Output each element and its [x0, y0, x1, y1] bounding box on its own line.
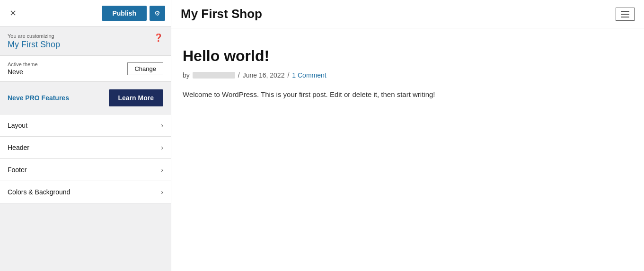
pro-banner: Neve PRO Features Learn More	[0, 82, 171, 114]
shop-name: My First Shop	[8, 40, 60, 50]
chevron-right-icon: ›	[161, 122, 163, 129]
publish-button[interactable]: Publish	[102, 6, 147, 21]
customizing-section: You are customizing My First Shop ❓	[0, 26, 171, 56]
theme-section: Active theme Neve Change	[0, 56, 171, 82]
nav-item-colors-label: Colors & Background	[8, 188, 70, 196]
post-comment-link[interactable]: 1 Comment	[292, 71, 326, 79]
nav-item-layout-label: Layout	[8, 122, 27, 129]
meta-separator-1: /	[238, 71, 240, 79]
chevron-right-icon: ›	[161, 188, 163, 196]
post-title: Hello world!	[183, 47, 633, 65]
gear-button[interactable]: ⚙	[150, 6, 165, 21]
hamburger-line	[621, 14, 629, 15]
publish-area: Publish ⚙	[102, 6, 165, 21]
preview-header: My First Shop	[171, 0, 644, 28]
top-bar: ✕ Publish ⚙	[0, 0, 171, 26]
preview-content: Hello world! by / June 16, 2022 / 1 Comm…	[171, 28, 644, 112]
close-button[interactable]: ✕	[6, 6, 20, 20]
post-author-placeholder	[193, 72, 235, 79]
hamburger-menu-button[interactable]	[616, 8, 635, 21]
customizing-label: You are customizing	[8, 33, 60, 39]
nav-item-header[interactable]: Header ›	[0, 137, 171, 159]
help-icon[interactable]: ❓	[154, 33, 163, 42]
post-body: Welcome to WordPress. This is your first…	[183, 88, 633, 101]
post-meta-by: by	[183, 71, 190, 79]
theme-label: Active theme	[8, 61, 38, 67]
nav-item-footer[interactable]: Footer ›	[0, 159, 171, 181]
post-meta-date: June 16, 2022	[243, 71, 285, 79]
post-meta: by / June 16, 2022 / 1 Comment	[183, 71, 633, 79]
hamburger-line	[621, 11, 629, 12]
chevron-right-icon: ›	[161, 144, 163, 151]
theme-name: Neve	[8, 68, 38, 76]
learn-more-button[interactable]: Learn More	[109, 89, 163, 106]
preview-panel: My First Shop Hello world! by / June 16,…	[171, 0, 644, 271]
nav-item-footer-label: Footer	[8, 166, 26, 174]
pro-label: Neve PRO Features	[8, 94, 69, 102]
panel-scroll: You are customizing My First Shop ❓ Acti…	[0, 26, 171, 271]
chevron-right-icon: ›	[161, 166, 163, 174]
change-theme-button[interactable]: Change	[127, 62, 163, 75]
customizer-panel: ✕ Publish ⚙ You are customizing My First…	[0, 0, 171, 271]
nav-item-colors-background[interactable]: Colors & Background ›	[0, 181, 171, 203]
hamburger-line	[621, 17, 629, 17]
site-title: My First Shop	[181, 7, 262, 21]
nav-item-layout[interactable]: Layout ›	[0, 114, 171, 137]
meta-separator-2: /	[287, 71, 289, 79]
nav-item-header-label: Header	[8, 144, 29, 151]
